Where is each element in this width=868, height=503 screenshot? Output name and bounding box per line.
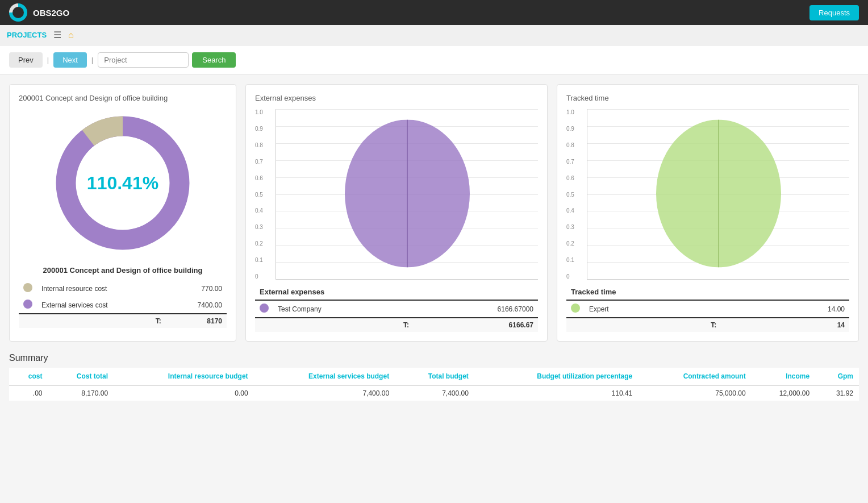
app-title: OBS2GO bbox=[33, 8, 69, 18]
donut-title: 200001 Concept and Design of office buil… bbox=[19, 94, 227, 102]
tt-pie-container bbox=[650, 119, 787, 269]
tt-dot bbox=[571, 304, 580, 313]
tracked-time-chart-area: 0 0.1 0.2 0.3 0.4 0.5 0.6 0.7 0.8 0.9 1.… bbox=[566, 109, 849, 280]
next-button[interactable]: Next bbox=[53, 52, 87, 68]
main-content: 200001 Concept and Design of office buil… bbox=[0, 75, 868, 410]
ext-chart-body bbox=[276, 109, 538, 280]
separator-2: | bbox=[91, 56, 93, 64]
logo-icon bbox=[9, 3, 27, 22]
tt-legend-row: Expert 14.00 bbox=[566, 300, 849, 318]
ext-total-value: 6166.67 bbox=[416, 318, 538, 332]
col-int-res-budget: Internal resource budget bbox=[114, 368, 253, 385]
donut-legend-table: Internal resource cost 770.00 External s… bbox=[19, 280, 227, 328]
ext-pie-container bbox=[339, 119, 475, 269]
logo-inner bbox=[12, 7, 24, 18]
ext-y-axis: 0 0.1 0.2 0.3 0.4 0.5 0.6 0.7 0.8 0.9 1.… bbox=[255, 109, 276, 280]
external-expenses-chart-area: 0 0.1 0.2 0.3 0.4 0.5 0.6 0.7 0.8 0.9 1.… bbox=[255, 109, 538, 280]
ext-legend-heading: External expenses bbox=[255, 284, 538, 300]
menu-icon[interactable]: ☰ bbox=[53, 30, 61, 40]
external-expenses-title: External expenses bbox=[255, 94, 538, 102]
col-gpm: Gpm bbox=[815, 368, 859, 385]
ext-company-value: 6166.67000 bbox=[416, 300, 538, 318]
requests-button[interactable]: Requests bbox=[809, 5, 859, 20]
top-nav: OBS2GO Requests bbox=[0, 0, 868, 25]
summary-table-wrapper[interactable]: cost Cost total Internal resource budget… bbox=[9, 368, 859, 401]
tt-total-value: 14 bbox=[723, 318, 849, 332]
internal-resource-label: Internal resource cost bbox=[37, 280, 168, 297]
tt-y-axis: 0 0.1 0.2 0.3 0.4 0.5 0.6 0.7 0.8 0.9 1.… bbox=[566, 109, 587, 280]
tt-expert-value: 14.00 bbox=[723, 300, 849, 318]
tt-pie-svg bbox=[650, 119, 787, 267]
ext-total-row: T: 6166.67 bbox=[255, 318, 538, 332]
tracked-time-title: Tracked time bbox=[566, 94, 849, 102]
project-input[interactable] bbox=[98, 52, 189, 68]
col-utilization: Budget utilization percentage bbox=[474, 368, 638, 385]
tt-legend-heading: Tracked time bbox=[566, 284, 849, 300]
cell-gpm: 31.92 bbox=[815, 385, 859, 401]
legend-row-beige: Internal resource cost 770.00 bbox=[19, 280, 227, 297]
tt-chart-body bbox=[587, 109, 849, 280]
donut-container: 110.41% bbox=[19, 109, 227, 257]
home-icon[interactable]: ⌂ bbox=[68, 30, 74, 40]
summary-data-row: .00 8,170.00 0.00 7,400.00 7,400.00 110.… bbox=[9, 385, 859, 401]
donut-total-value: 8170 bbox=[168, 314, 227, 328]
tt-total-label: T: bbox=[711, 321, 716, 329]
ext-legend-table: External expenses Test Company 6166.6700… bbox=[255, 284, 538, 332]
tt-expert-label: Expert bbox=[585, 300, 723, 318]
donut-legend-title: 200001 Concept and Design of office buil… bbox=[19, 266, 227, 275]
col-contracted: Contracted amount bbox=[638, 368, 751, 385]
cell-total-budget: 7,400.00 bbox=[395, 385, 474, 401]
donut-card: 200001 Concept and Design of office buil… bbox=[9, 84, 236, 342]
tt-total-row: T: 14 bbox=[566, 318, 849, 332]
beige-dot bbox=[23, 283, 32, 292]
external-services-value: 7400.00 bbox=[168, 297, 227, 314]
col-ext-svc-budget: External services budget bbox=[254, 368, 395, 385]
separator-1: | bbox=[47, 56, 49, 64]
external-services-label: External services cost bbox=[37, 297, 168, 314]
cell-ext-svc-budget: 7,400.00 bbox=[254, 385, 395, 401]
donut-total-row: T: 8170 bbox=[19, 314, 227, 328]
summary-header-row: cost Cost total Internal resource budget… bbox=[9, 368, 859, 385]
legend-row-purple: External services cost 7400.00 bbox=[19, 297, 227, 314]
prev-button[interactable]: Prev bbox=[9, 52, 43, 68]
donut-percentage: 110.41% bbox=[87, 173, 158, 194]
col-cost-total: Cost total bbox=[48, 368, 114, 385]
summary-section: Summary cost Cost total Internal resourc… bbox=[9, 353, 859, 401]
ext-pie-svg bbox=[339, 119, 475, 267]
ext-total-label: T: bbox=[403, 321, 409, 329]
donut-wrapper: 110.41% bbox=[49, 109, 197, 257]
purple-dot bbox=[23, 300, 32, 309]
ext-dot bbox=[260, 304, 269, 313]
donut-total-label: T: bbox=[156, 317, 161, 325]
cell-cost-total: 8,170.00 bbox=[48, 385, 114, 401]
cell-utilization: 110.41 bbox=[474, 385, 638, 401]
sub-nav: PROJECTS ☰ ⌂ bbox=[0, 25, 868, 45]
projects-link[interactable]: PROJECTS bbox=[7, 31, 47, 39]
col-income: Income bbox=[752, 368, 816, 385]
tt-legend-table: Tracked time Expert 14.00 T: 14 bbox=[566, 284, 849, 332]
tracked-time-card: Tracked time 0 0.1 0.2 0.3 0.4 0.5 0.6 0… bbox=[557, 84, 859, 342]
top-nav-left: OBS2GO bbox=[9, 3, 69, 22]
cell-contracted: 75,000.00 bbox=[638, 385, 751, 401]
ext-legend-row: Test Company 6166.67000 bbox=[255, 300, 538, 318]
charts-row: 200001 Concept and Design of office buil… bbox=[9, 84, 859, 342]
cell-income: 12,000.00 bbox=[752, 385, 816, 401]
ext-company-label: Test Company bbox=[273, 300, 416, 318]
summary-table: cost Cost total Internal resource budget… bbox=[9, 368, 859, 401]
search-button[interactable]: Search bbox=[192, 52, 236, 68]
cell-int-res-budget: 0.00 bbox=[114, 385, 253, 401]
external-expenses-card: External expenses 0 0.1 0.2 0.3 0.4 0.5 … bbox=[245, 84, 548, 342]
cell-cost: .00 bbox=[9, 385, 48, 401]
col-cost: cost bbox=[9, 368, 48, 385]
toolbar: Prev | Next | Search bbox=[0, 45, 868, 75]
summary-title: Summary bbox=[9, 353, 859, 363]
internal-resource-value: 770.00 bbox=[168, 280, 227, 297]
col-total-budget: Total budget bbox=[395, 368, 474, 385]
